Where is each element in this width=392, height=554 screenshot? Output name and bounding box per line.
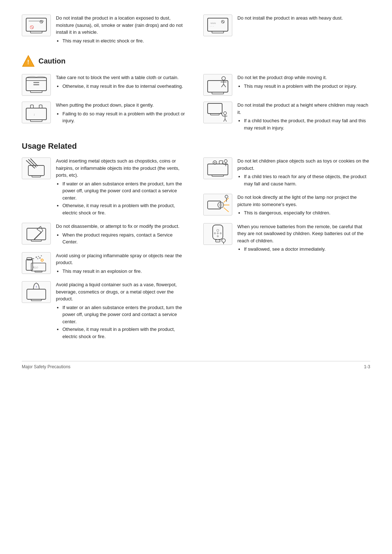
svg-rect-60 <box>208 164 228 175</box>
batteries-icon <box>203 223 232 245</box>
top-left-text: Do not install the product in a location… <box>56 15 189 45</box>
svg-rect-55 <box>35 271 42 272</box>
top-right-text: Do not install the product in areas with… <box>237 15 370 23</box>
svg-point-77 <box>217 233 219 234</box>
footer-right: 1-3 <box>364 364 370 369</box>
place-down-icon: ↓ <box>22 102 51 123</box>
heavy-dust-icon: · · · ≈≈≈ <box>203 15 232 36</box>
svg-rect-18 <box>33 84 39 85</box>
drop-icon <box>203 74 232 96</box>
caution-left-col: Take care not to block the vent with a t… <box>22 74 189 138</box>
svg-point-48 <box>36 257 37 258</box>
usage-items: Avoid inserting metal objects such as ch… <box>22 157 370 346</box>
svg-point-53 <box>41 259 43 261</box>
liquid-container-icon <box>22 281 51 303</box>
svg-text:!: ! <box>27 59 29 65</box>
svg-line-34 <box>224 119 225 122</box>
svg-rect-58 <box>31 299 41 301</box>
caution-header: ! Caution <box>22 54 370 67</box>
svg-rect-15 <box>30 91 42 93</box>
svg-point-72 <box>225 195 228 198</box>
usage-children-objects-item: Do not let children place objects such a… <box>203 157 370 188</box>
caution-place-text: When putting the product down, place it … <box>56 102 189 125</box>
svg-rect-61 <box>212 175 224 176</box>
svg-line-44 <box>34 232 41 239</box>
svg-line-28 <box>224 84 226 87</box>
usage-batteries-text: When you remove batteries from the remot… <box>237 223 370 254</box>
children-objects-icon <box>203 157 232 179</box>
usage-inflammable-item: ⊠△◇ Avoid using or placing inflammable s… <box>22 252 189 276</box>
svg-line-27 <box>221 84 224 87</box>
dust-icon: 🚫 <box>22 15 51 36</box>
caution-vent-text: Take care not to block the vent with a t… <box>56 74 189 90</box>
top-right-item: · · · ≈≈≈ Do not install the product in … <box>203 15 370 45</box>
svg-rect-46 <box>27 258 32 260</box>
svg-line-10 <box>222 21 224 23</box>
footer: Major Safety Precautions 1-3 <box>22 361 370 369</box>
usage-related-header: Usage Related <box>22 141 370 151</box>
svg-point-79 <box>217 235 219 237</box>
disassemble-icon <box>22 223 51 245</box>
svg-point-49 <box>37 258 38 259</box>
caution-right-col: Do not let the product drop while moving… <box>203 74 370 138</box>
svg-text:🚫: 🚫 <box>30 25 34 29</box>
usage-right-col: Do not let children place objects such a… <box>203 157 370 346</box>
svg-rect-23 <box>212 92 224 94</box>
svg-rect-30 <box>211 114 219 115</box>
svg-point-50 <box>38 256 39 257</box>
svg-rect-64 <box>219 161 223 164</box>
inflammable-spray-icon: ⊠△◇ <box>22 252 51 274</box>
svg-point-82 <box>222 239 225 242</box>
usage-liquid-item: Avoid placing a liquid container such as… <box>22 281 189 341</box>
svg-point-24 <box>222 77 225 80</box>
caution-height-text: Do not install the product at a height w… <box>237 102 370 132</box>
caution-drop-text: Do not let the product drop while moving… <box>237 74 370 90</box>
svg-rect-74 <box>213 225 223 239</box>
svg-point-63 <box>214 162 216 163</box>
usage-liquid-text: Avoid placing a liquid container such as… <box>56 281 189 341</box>
svg-text:≈≈≈: ≈≈≈ <box>211 21 216 25</box>
svg-rect-0 <box>26 18 46 31</box>
svg-rect-7 <box>212 31 224 33</box>
usage-lamp-text: Do not look directly at the light of the… <box>237 194 370 217</box>
footer-left: Major Safety Precautions <box>22 364 70 369</box>
usage-metal-item: Avoid inserting metal objects such as ch… <box>22 157 189 217</box>
svg-rect-38 <box>32 176 41 177</box>
usage-metal-text: Avoid inserting metal objects such as ch… <box>56 157 189 217</box>
top-left-item: 🚫 Do not install the product in a locati… <box>22 15 189 45</box>
usage-lamp-item: Do not look directly at the light of the… <box>203 194 370 217</box>
svg-point-65 <box>224 160 227 163</box>
svg-rect-81 <box>217 239 219 240</box>
svg-point-51 <box>39 257 41 259</box>
usage-disassemble-text: Do not disassemble, or attempt to fix or… <box>56 223 189 246</box>
height-icon <box>203 102 232 123</box>
svg-rect-43 <box>31 240 41 241</box>
svg-line-35 <box>225 119 226 122</box>
svg-point-76 <box>214 233 216 234</box>
caution-vent-item: Take care not to block the vent with a t… <box>22 74 189 96</box>
svg-rect-19 <box>26 108 46 120</box>
caution-items: Take care not to block the vent with a t… <box>22 74 370 138</box>
usage-batteries-item: When you remove batteries from the remot… <box>203 223 370 254</box>
top-section: 🚫 Do not install the product in a locati… <box>22 15 370 51</box>
caution-label: Caution <box>38 57 65 65</box>
svg-point-31 <box>224 112 226 115</box>
svg-rect-69 <box>208 201 221 209</box>
caution-height-item: Do not install the product at a height w… <box>203 102 370 132</box>
svg-text:· · ·: · · · <box>210 25 214 28</box>
svg-point-78 <box>220 233 221 234</box>
svg-point-75 <box>217 229 219 231</box>
svg-rect-1 <box>30 31 42 33</box>
lamp-icon <box>203 194 232 216</box>
caution-triangle-icon: ! <box>22 54 35 67</box>
svg-rect-45 <box>26 259 33 270</box>
svg-text:↓: ↓ <box>33 112 35 116</box>
usage-children-objects-text: Do not let children place objects such a… <box>237 157 370 188</box>
svg-rect-17 <box>33 82 39 83</box>
usage-left-col: Avoid inserting metal objects such as ch… <box>22 157 189 346</box>
svg-point-52 <box>41 255 42 256</box>
caution-drop-item: Do not let the product drop while moving… <box>203 74 370 96</box>
vent-icon <box>22 74 51 96</box>
svg-rect-42 <box>27 228 46 240</box>
usage-inflammable-text: Avoid using or placing inflammable spray… <box>56 252 189 276</box>
